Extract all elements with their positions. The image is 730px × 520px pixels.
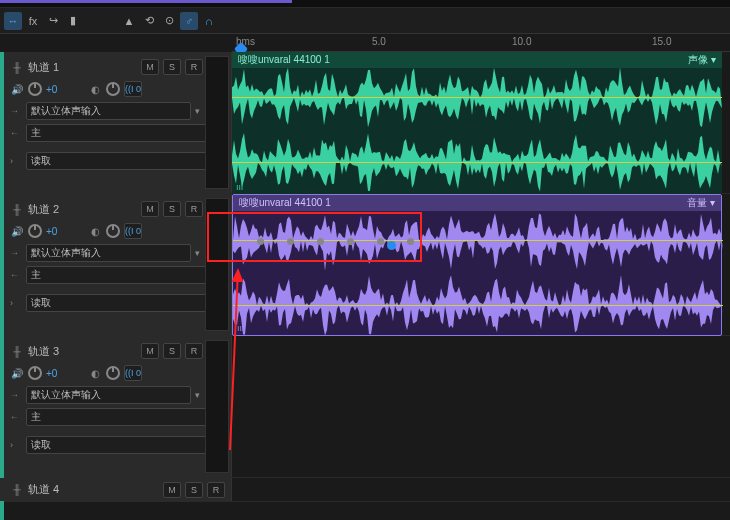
track-header: ╫ 轨道 3 M S R I 🔊 +0 ◐ ((I 0→ 默认立体声输入 ▾ ←… xyxy=(0,336,232,477)
ruler-mark: 15.0 xyxy=(652,36,671,47)
pan-knob[interactable] xyxy=(106,224,120,238)
keyframe-active[interactable] xyxy=(387,241,396,250)
keyframe[interactable] xyxy=(287,238,294,245)
solo-button[interactable]: S xyxy=(163,59,181,75)
record-button[interactable]: R xyxy=(185,59,203,75)
volume-knob[interactable] xyxy=(28,82,42,96)
keyframe[interactable] xyxy=(347,238,354,245)
keyframe[interactable] xyxy=(317,238,324,245)
input-select[interactable]: 默认立体声输入 xyxy=(26,102,191,120)
input-arrow-icon[interactable]: → xyxy=(10,390,22,400)
pan-icon: ◐ xyxy=(88,226,102,237)
tool-headphone-icon[interactable]: ∩ xyxy=(200,12,218,30)
track-handle-icon[interactable]: ╫ xyxy=(10,204,24,215)
clip-label: 嗖嗖unvaral 44100 1 xyxy=(239,196,331,210)
tool-loop-icon[interactable]: ⟲ xyxy=(140,12,158,30)
level-meter xyxy=(205,56,229,189)
output-select[interactable]: 主 xyxy=(26,408,209,426)
track-header: ╫ 轨道 4 M S R xyxy=(0,478,232,501)
tool-send-icon[interactable]: ↪ xyxy=(44,12,62,30)
track-lane[interactable]: 嗖嗖unvaral 44100 1 音量 ▾ ııl xyxy=(232,194,730,335)
timeline-ruler[interactable]: hms 5.0 10.0 15.0 xyxy=(232,34,730,52)
output-arrow-icon[interactable]: ← xyxy=(10,412,22,422)
volume-value: +0 xyxy=(46,368,62,379)
keyframe[interactable] xyxy=(407,238,414,245)
audio-clip[interactable]: 嗖嗖unvaral 44100 1 声像 ▾ ııl xyxy=(232,52,722,194)
expand-icon[interactable]: › xyxy=(10,156,22,166)
volume-value: +0 xyxy=(46,84,62,95)
vol-icon: 🔊 xyxy=(10,226,24,237)
level-meter xyxy=(205,198,229,331)
tool-target-icon[interactable]: ⊙ xyxy=(160,12,178,30)
clip-mode-select[interactable]: 音量 ▾ xyxy=(687,196,715,210)
tool-snap-icon[interactable]: ♂ xyxy=(180,12,198,30)
output-select[interactable]: 主 xyxy=(26,266,209,284)
pan-value: ((I 0 xyxy=(124,365,142,381)
meter-icon: ııl xyxy=(237,323,244,333)
solo-button[interactable]: S xyxy=(163,201,181,217)
vol-icon: 🔊 xyxy=(10,84,24,95)
keyframe[interactable] xyxy=(377,238,384,245)
audio-clip[interactable]: 嗖嗖unvaral 44100 1 音量 ▾ ııl xyxy=(232,194,722,336)
track-handle-icon[interactable]: ╫ xyxy=(10,484,24,495)
meter-icon: ııl xyxy=(236,182,243,192)
track-name[interactable]: 轨道 2 xyxy=(28,202,137,217)
tool-metronome-icon[interactable]: ▲ xyxy=(120,12,138,30)
input-select[interactable]: 默认立体声输入 xyxy=(26,386,191,404)
tool-eq-icon[interactable]: ▮ xyxy=(64,12,82,30)
input-select[interactable]: 默认立体声输入 xyxy=(26,244,191,262)
volume-value: +0 xyxy=(46,226,62,237)
automation-mode-select[interactable]: 读取 xyxy=(26,152,209,170)
record-button[interactable]: R xyxy=(185,343,203,359)
track-name[interactable]: 轨道 1 xyxy=(28,60,137,75)
automation-mode-select[interactable]: 读取 xyxy=(26,436,209,454)
ruler-mark: 5.0 xyxy=(372,36,386,47)
mute-button[interactable]: M xyxy=(163,482,181,498)
pan-value: ((I 0 xyxy=(124,223,142,239)
track-lane[interactable] xyxy=(232,478,730,501)
output-arrow-icon[interactable]: ← xyxy=(10,128,22,138)
input-arrow-icon[interactable]: → xyxy=(10,106,22,116)
track-lane[interactable] xyxy=(232,336,730,477)
clip-label: 嗖嗖unvaral 44100 1 xyxy=(238,53,330,67)
pan-icon: ◐ xyxy=(88,84,102,95)
automation-mode-select[interactable]: 读取 xyxy=(26,294,209,312)
track-lane[interactable]: 嗖嗖unvaral 44100 1 声像 ▾ ııl xyxy=(232,52,730,193)
toolbar: ↔ fx ↪ ▮ ▲ ⟲ ⊙ ♂ ∩ xyxy=(0,8,730,34)
mute-button[interactable]: M xyxy=(141,59,159,75)
track-handle-icon[interactable]: ╫ xyxy=(10,346,24,357)
pan-icon: ◐ xyxy=(88,368,102,379)
level-meter xyxy=(205,340,229,473)
tool-fx-icon[interactable]: fx xyxy=(24,12,42,30)
output-arrow-icon[interactable]: ← xyxy=(10,270,22,280)
track-name[interactable]: 轨道 4 xyxy=(28,482,159,497)
volume-knob[interactable] xyxy=(28,366,42,380)
track-header: ╫ 轨道 1 M S R I 🔊 +0 ◐ ((I 0→ 默认立体声输入 ▾ ←… xyxy=(0,52,232,193)
mute-button[interactable]: M xyxy=(141,201,159,217)
solo-button[interactable]: S xyxy=(163,343,181,359)
expand-icon[interactable]: › xyxy=(10,298,22,308)
vol-icon: 🔊 xyxy=(10,368,24,379)
record-button[interactable]: R xyxy=(185,201,203,217)
solo-button[interactable]: S xyxy=(185,482,203,498)
volume-knob[interactable] xyxy=(28,224,42,238)
ruler-mark: 10.0 xyxy=(512,36,531,47)
pan-knob[interactable] xyxy=(106,366,120,380)
clip-mode-select[interactable]: 声像 ▾ xyxy=(688,53,716,67)
pan-knob[interactable] xyxy=(106,82,120,96)
tool-swap-icon[interactable]: ↔ xyxy=(4,12,22,30)
mute-button[interactable]: M xyxy=(141,343,159,359)
track-header: ╫ 轨道 2 M S R I 🔊 +0 ◐ ((I 0→ 默认立体声输入 ▾ ←… xyxy=(0,194,232,335)
record-button[interactable]: R xyxy=(207,482,225,498)
input-arrow-icon[interactable]: → xyxy=(10,248,22,258)
pan-value: ((I 0 xyxy=(124,81,142,97)
keyframe[interactable] xyxy=(257,238,264,245)
track-handle-icon[interactable]: ╫ xyxy=(10,62,24,73)
expand-icon[interactable]: › xyxy=(10,440,22,450)
track-name[interactable]: 轨道 3 xyxy=(28,344,137,359)
output-select[interactable]: 主 xyxy=(26,124,209,142)
